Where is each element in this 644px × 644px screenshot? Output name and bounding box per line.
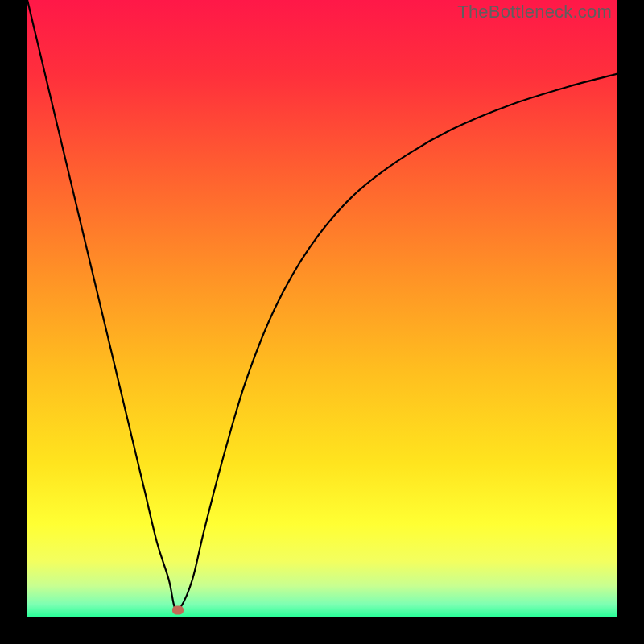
curve-svg — [27, 0, 617, 617]
minimum-marker — [172, 606, 184, 615]
bottleneck-curve — [27, 0, 617, 611]
watermark-text: TheBottleneck.com — [457, 2, 612, 23]
plot-frame — [27, 0, 617, 617]
